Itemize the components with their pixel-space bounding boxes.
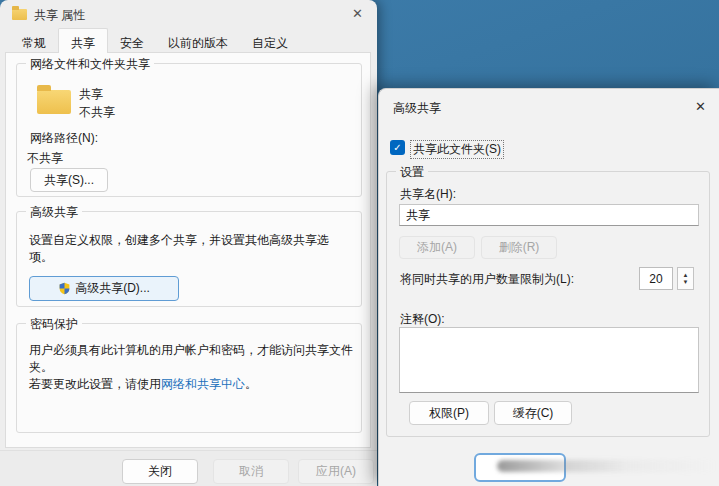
password-protection-line2-suffix: 。 bbox=[245, 377, 257, 391]
shared-folder-icon bbox=[37, 90, 71, 114]
sharing-tab-page: 网络文件和文件夹共享 共享 不共享 网络路径(N): 不共享 共享(S)... … bbox=[5, 52, 371, 448]
apply-button[interactable]: 应用(A) bbox=[298, 459, 374, 484]
dialog-footer: 关闭 取消 应用(A) bbox=[0, 450, 377, 486]
close-button[interactable]: 关闭 bbox=[122, 459, 198, 484]
close-icon[interactable]: ✕ bbox=[695, 99, 706, 114]
network-path-value: 不共享 bbox=[27, 150, 63, 167]
share-name-input[interactable] bbox=[399, 204, 699, 226]
tab-sharing[interactable]: 共享 bbox=[58, 28, 108, 53]
folder-share-state: 不共享 bbox=[79, 104, 115, 121]
user-limit-spinner[interactable]: ▲ ▼ bbox=[677, 267, 694, 290]
network-path-label: 网络路径(N): bbox=[30, 130, 98, 147]
advanced-sharing-button-label: 高级共享(D)... bbox=[75, 280, 150, 297]
delete-button[interactable]: 删除(R) bbox=[481, 236, 557, 259]
cancel-button[interactable]: 取消 bbox=[213, 459, 289, 484]
tab-strip: 常规 共享 安全 以前的版本 自定义 bbox=[10, 31, 300, 53]
caching-button[interactable]: 缓存(C) bbox=[494, 401, 572, 425]
add-button[interactable]: 添加(A) bbox=[399, 236, 475, 259]
dialog-title: 高级共享 bbox=[393, 100, 441, 117]
password-protection-line1: 用户必须具有此计算机的用户帐户和密码，才能访问共享文件夹。 bbox=[29, 342, 355, 376]
advanced-sharing-button[interactable]: 高级共享(D)... bbox=[29, 276, 179, 301]
tab-security[interactable]: 安全 bbox=[108, 31, 156, 53]
network-sharing-center-link[interactable]: 网络和共享中心 bbox=[161, 377, 245, 391]
password-protection-line2-prefix: 若要更改此设置，请使用 bbox=[29, 377, 161, 391]
network-sharing-group: 网络文件和文件夹共享 共享 不共享 网络路径(N): 不共享 共享(S)... bbox=[16, 63, 362, 197]
advanced-sharing-group-title: 高级共享 bbox=[26, 204, 82, 221]
motion-blur-streak bbox=[497, 460, 717, 472]
window-title: 共享 属性 bbox=[34, 7, 85, 24]
share-this-folder-checkbox[interactable]: ✓ bbox=[390, 140, 405, 155]
tab-previous-versions[interactable]: 以前的版本 bbox=[156, 31, 240, 53]
share-this-folder-label[interactable]: 共享此文件夹(S) bbox=[411, 141, 503, 158]
password-protection-group-title: 密码保护 bbox=[26, 316, 82, 333]
advanced-sharing-description: 设置自定义权限，创建多个共享，并设置其他高级共享选项。 bbox=[29, 232, 351, 266]
spin-down-icon[interactable]: ▼ bbox=[683, 279, 689, 286]
password-protection-group: 密码保护 用户必须具有此计算机的用户帐户和密码，才能访问共享文件夹。 若要更改此… bbox=[16, 323, 362, 433]
comment-textarea[interactable] bbox=[399, 327, 699, 393]
password-protection-line2: 若要更改此设置，请使用网络和共享中心。 bbox=[29, 376, 355, 393]
titlebar: 共享 属性 ✕ bbox=[0, 0, 377, 28]
comment-label: 注释(O): bbox=[400, 311, 445, 328]
folder-icon bbox=[12, 9, 27, 20]
advanced-sharing-dialog: 高级共享 ✕ ✓ 共享此文件夹(S) 设置 共享名(H): 添加(A) 删除(R… bbox=[378, 88, 719, 486]
spin-up-icon[interactable]: ▲ bbox=[683, 272, 689, 279]
advanced-sharing-group: 高级共享 设置自定义权限，创建多个共享，并设置其他高级共享选项。 高级共享(D)… bbox=[16, 211, 362, 307]
user-limit-input[interactable]: 20 bbox=[639, 267, 673, 290]
sharing-properties-window: 共享 属性 ✕ 常规 共享 安全 以前的版本 自定义 网络文件和文件夹共享 共享… bbox=[0, 0, 377, 486]
share-name-label: 共享名(H): bbox=[400, 186, 456, 203]
user-limit-label: 将同时共享的用户数量限制为(L): bbox=[400, 271, 574, 288]
close-icon[interactable]: ✕ bbox=[352, 6, 363, 21]
tab-customize[interactable]: 自定义 bbox=[240, 31, 300, 53]
network-sharing-group-title: 网络文件和文件夹共享 bbox=[26, 56, 154, 73]
tab-general[interactable]: 常规 bbox=[10, 31, 58, 53]
settings-group: 设置 共享名(H): 添加(A) 删除(R) 将同时共享的用户数量限制为(L):… bbox=[386, 171, 710, 437]
share-button[interactable]: 共享(S)... bbox=[30, 168, 108, 192]
uac-shield-icon bbox=[58, 282, 71, 295]
settings-group-title: 设置 bbox=[396, 164, 428, 181]
permissions-button[interactable]: 权限(P) bbox=[409, 401, 489, 425]
folder-name: 共享 bbox=[79, 86, 103, 103]
